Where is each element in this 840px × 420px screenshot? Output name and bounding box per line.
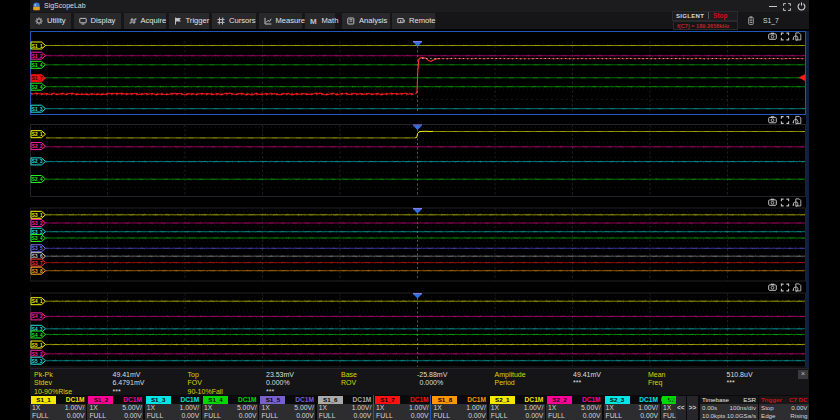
svg-text:S5_1: S5_1: [32, 342, 43, 348]
svg-text:S2_1: S2_1: [32, 131, 43, 137]
svg-text:S4_1: S4_1: [32, 298, 43, 304]
svg-text:S3_4: S3_4: [32, 235, 43, 241]
svg-text:S1_2: S1_2: [32, 53, 43, 59]
svg-text:S4_2: S4_2: [32, 313, 43, 319]
svg-text:S5_3: S5_3: [32, 358, 43, 364]
svg-text:S3_8: S3_8: [32, 268, 43, 274]
svg-text:S3_7: S3_7: [32, 260, 43, 266]
svg-text:S4_4: S4_4: [32, 332, 43, 338]
svg-text:M: M: [310, 17, 317, 25]
svg-text:S1_7: S1_7: [32, 75, 43, 81]
svg-text:S3_2: S3_2: [32, 220, 43, 226]
svg-text:S2_4: S2_4: [32, 176, 43, 182]
svg-text:S5_2: S5_2: [32, 351, 43, 357]
svg-text:S2_2: S2_2: [32, 143, 43, 149]
svg-text:S1_3: S1_3: [32, 106, 43, 112]
svg-text:S1_1: S1_1: [32, 43, 43, 49]
svg-text:S3_3: S3_3: [32, 229, 43, 235]
svg-text:S3_5: S3_5: [32, 245, 43, 251]
svg-text:S2_3: S2_3: [32, 158, 43, 164]
svg-text:S1_4: S1_4: [32, 62, 43, 68]
svg-text:S2_4: S2_4: [32, 84, 43, 90]
svg-text:S3_1: S3_1: [32, 212, 43, 218]
svg-text:S3_6: S3_6: [32, 253, 43, 259]
